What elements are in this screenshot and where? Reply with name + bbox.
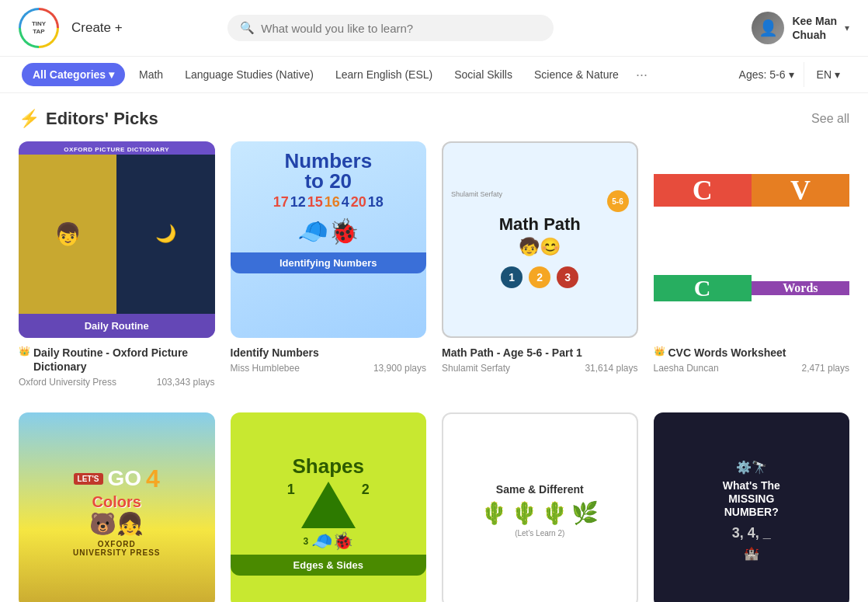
card-author: Miss Humblebee [231, 363, 300, 374]
logo-container[interactable]: TINYTAP [19, 8, 59, 48]
card-thumbnail: C V C Words [654, 141, 850, 338]
card-title-row: 👑 CVC Words Worksheet [654, 346, 850, 361]
card-meta: Oxford University Press 103,343 plays [19, 377, 215, 388]
nav-item-language[interactable]: Language Studies (Native) [174, 59, 325, 90]
card-daily-routine[interactable]: OXFORD PICTURE DICTIONARY 👦 🌙 Daily Rout… [19, 141, 215, 388]
logo: TINYTAP [19, 8, 59, 48]
main-content: ⚡ Editors' Picks See all OXFORD PICTURE … [0, 93, 868, 602]
crown-icon: 👑 [654, 346, 665, 357]
user-section: 👤 Kee Man Chuah ▾ [752, 12, 849, 44]
card-plays: 13,900 plays [373, 363, 426, 374]
card-thumbnail: Shapes 1 2 3 🧢🐞 Edges & Sides [231, 412, 427, 602]
nav-item-social[interactable]: Social Skills [443, 59, 523, 90]
see-all-link[interactable]: See all [811, 112, 849, 126]
user-name-line1: Kee Man [792, 14, 837, 28]
nav-ages-filter[interactable]: Ages: 5-6 ▾ [730, 62, 804, 87]
card-math-path[interactable]: Shulamit Serfaty 5-6 Math Path 🧒😊 1 2 3 … [442, 141, 638, 388]
card-title-row: Math Path - Age 5-6 - Part 1 [442, 346, 638, 361]
nav-item-all-categories[interactable]: All Categories ▾ [22, 63, 125, 86]
card-edges-sides[interactable]: Shapes 1 2 3 🧢🐞 Edges & Sides Edges & Si… [231, 412, 427, 602]
card-plays: 103,343 plays [157, 377, 215, 388]
ages-chevron-icon: ▾ [789, 68, 794, 81]
card-plays: 31,614 plays [585, 363, 637, 374]
user-menu-chevron[interactable]: ▾ [845, 23, 849, 33]
card-title-row: Identify Numbers [231, 346, 427, 361]
avatar: 👤 [752, 12, 784, 44]
top-cards-grid: OXFORD PICTURE DICTIONARY 👦 🌙 Daily Rout… [19, 141, 849, 388]
card-title: Identify Numbers [231, 346, 319, 360]
card-same-different[interactable]: Same & Different 🌵 🌵 🌵 🌿 (Let's Learn 2)… [442, 412, 638, 602]
card-inner-label: Daily Routine [19, 314, 215, 338]
card-thumbnail: Numbersto 20 17 12 15 16 4 20 18 🧢🐞 Iden… [231, 141, 427, 338]
nav-bar: All Categories ▾ Math Language Studies (… [0, 57, 868, 93]
card-missing-number[interactable]: ⚙️🔭 What's TheMISSINGNUMBER? 3, 4, _ 🏰 M… [654, 412, 850, 602]
card-lets-go-colors[interactable]: LET'S GO 4 Colors 🐻👧 OXFORDUNIVERSITY PR… [19, 412, 215, 602]
nav-item-science[interactable]: Science & Nature [523, 59, 630, 90]
create-button[interactable]: Create + [71, 20, 123, 36]
editors-picks-header: ⚡ Editors' Picks See all [19, 109, 849, 129]
search-input[interactable] [261, 22, 541, 35]
card-thumbnail: OXFORD PICTURE DICTIONARY 👦 🌙 Daily Rout… [19, 141, 215, 338]
card-author: Shulamit Serfaty [442, 363, 510, 374]
crown-icon: 👑 [19, 346, 30, 357]
card-author: Oxford University Press [19, 377, 116, 388]
search-icon: 🔍 [240, 21, 255, 35]
card-title: Daily Routine - Oxford Picture Dictionar… [33, 346, 215, 374]
card-meta: Miss Humblebee 13,900 plays [231, 363, 427, 374]
card-thumbnail: Shulamit Serfaty 5-6 Math Path 🧒😊 1 2 3 [442, 141, 638, 338]
card-thumbnail: Same & Different 🌵 🌵 🌵 🌿 (Let's Learn 2) [442, 412, 638, 602]
bottom-cards-grid: LET'S GO 4 Colors 🐻👧 OXFORDUNIVERSITY PR… [19, 412, 849, 602]
lightning-icon: ⚡ [19, 109, 40, 129]
section-title: ⚡ Editors' Picks [19, 109, 158, 129]
nav-language-filter[interactable]: EN ▾ [807, 62, 849, 87]
nav-item-esl[interactable]: Learn English (ESL) [325, 59, 443, 90]
card-cvc-words[interactable]: C V C Words 👑 CVC Words Worksheet Laesha… [654, 141, 850, 388]
card-author: Laesha Duncan [654, 363, 719, 374]
card-plays: 2,471 plays [802, 363, 849, 374]
card-title-row: 👑 Daily Routine - Oxford Picture Diction… [19, 346, 215, 375]
thumbnail-image-right: 🌙 [116, 155, 214, 314]
card-meta: Laesha Duncan 2,471 plays [654, 363, 850, 374]
search-bar[interactable]: 🔍 [227, 15, 554, 41]
card-title: CVC Words Worksheet [668, 346, 786, 360]
card-thumbnail: ⚙️🔭 What's TheMISSINGNUMBER? 3, 4, _ 🏰 [654, 412, 850, 602]
nav-item-math[interactable]: Math [128, 59, 174, 90]
nav-right-controls: Ages: 5-6 ▾ EN ▾ [730, 62, 849, 87]
header: TINYTAP Create + 🔍 👤 Kee Man Chuah ▾ [0, 0, 868, 57]
nav-more-button[interactable]: ··· [630, 57, 654, 92]
thumbnail-image-left: 👦 [19, 155, 116, 314]
user-name-line2: Chuah [792, 28, 837, 42]
card-title: Math Path - Age 5-6 - Part 1 [442, 346, 582, 360]
card-meta: Shulamit Serfaty 31,614 plays [442, 363, 638, 374]
lang-chevron-icon: ▾ [835, 68, 840, 81]
card-thumbnail: LET'S GO 4 Colors 🐻👧 OXFORDUNIVERSITY PR… [19, 412, 215, 602]
card-identify-numbers[interactable]: Numbersto 20 17 12 15 16 4 20 18 🧢🐞 Iden… [231, 141, 427, 388]
